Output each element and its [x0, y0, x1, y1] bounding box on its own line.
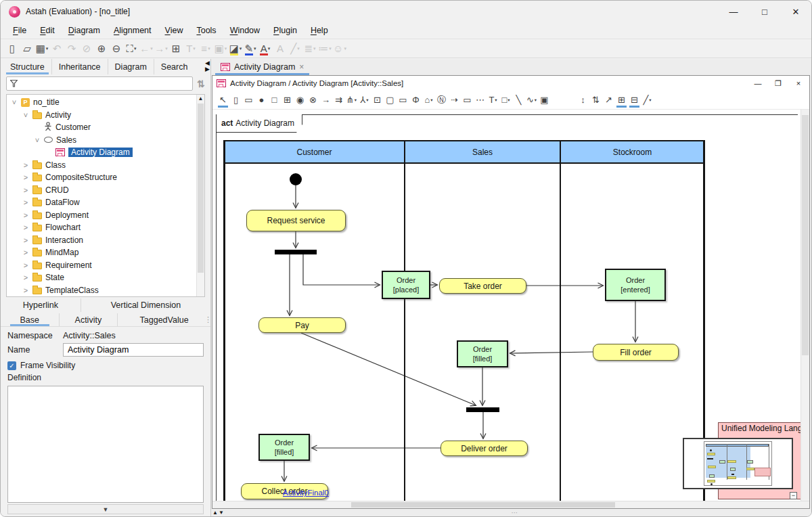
collapse-all-icon[interactable]: ⊟ [628, 92, 641, 108]
swimlane-stockroom[interactable]: Stockroom [560, 140, 704, 164]
partition-icon[interactable]: ▯ [229, 92, 242, 108]
initial-node[interactable] [290, 173, 302, 185]
tree-expander-icon[interactable]: ˅ [11, 98, 18, 106]
tree-item-crud[interactable]: ˃CRUD [7, 184, 196, 197]
tab-activity-diagram[interactable]: Activity Diagram × [215, 59, 309, 75]
horizontal-scrollbar[interactable] [212, 501, 809, 508]
panel-collapse-arrows[interactable]: ◀▶ [205, 60, 210, 72]
sync-icon[interactable]: ⇅ [197, 78, 205, 89]
tree-expander-icon[interactable]: ˃ [22, 173, 29, 181]
rect-tool-icon[interactable]: □▾ [499, 92, 512, 108]
close-button[interactable]: ✕ [780, 1, 811, 22]
inner-close-button[interactable]: × [790, 76, 807, 90]
frame-label[interactable]: act Activity Diagram [216, 114, 302, 133]
tree-item-activity-diagram[interactable]: Activity Diagram [7, 146, 196, 159]
tree-expander-icon[interactable]: ˃ [22, 248, 29, 256]
control-flow-edge[interactable] [301, 333, 476, 405]
tree-expander-icon[interactable]: ˃ [22, 211, 29, 219]
tree-item-state[interactable]: ˃State [7, 271, 196, 284]
fork-tool-icon[interactable]: ⋔▾ [345, 92, 358, 108]
tree-scrollbar[interactable]: ▲ [196, 95, 204, 296]
zoom-out-icon[interactable]: ⊖ [109, 41, 124, 57]
minimize-button[interactable]: — [718, 1, 749, 22]
final-node-tool-icon[interactable]: ◉ [294, 92, 307, 108]
flow-final-tool-icon[interactable]: ⊗ [307, 92, 319, 108]
nested-activity-icon[interactable]: Ⓝ [435, 92, 448, 108]
select-pointer-icon[interactable]: ↖ [217, 92, 229, 108]
vertical-scrollbar-thumb[interactable] [802, 115, 809, 355]
tab-nav-arrows[interactable]: ▲▼ [212, 510, 225, 516]
link-tool-icon[interactable]: ╱▾ [641, 92, 654, 108]
name-field[interactable] [63, 343, 204, 357]
menu-view[interactable]: View [158, 24, 190, 37]
panel-splitter-handle[interactable]: ⋮ [204, 318, 210, 321]
overview-minimap[interactable] [683, 438, 793, 489]
fill-color-icon[interactable]: ◪▾ [228, 41, 243, 57]
font-color-icon[interactable]: A▾ [258, 41, 273, 57]
sidebar-tab-search[interactable]: Search [154, 59, 195, 74]
dashed-line-icon[interactable]: ⋯ [474, 92, 487, 108]
curve-tool-icon[interactable]: ∿▾ [525, 92, 538, 108]
initial-node-tool-icon[interactable]: ● [255, 92, 268, 108]
dependency-tool-icon[interactable]: ⇢ [448, 92, 461, 108]
diagram-canvas[interactable]: act Activity Diagram CustomerSalesStockr… [212, 110, 800, 501]
property-tab-activity[interactable]: Activity [59, 313, 118, 326]
filter-input[interactable] [21, 78, 189, 89]
action-deliver-order[interactable]: Deliver order [441, 441, 528, 456]
swimlane-divider[interactable] [560, 140, 562, 501]
maximize-button[interactable]: □ [749, 1, 780, 22]
vertical-scrollbar[interactable] [800, 110, 809, 501]
inner-minimize-button[interactable]: — [750, 76, 766, 90]
property-tab-base[interactable]: Base [1, 313, 59, 326]
object-node-tool-icon[interactable]: □ [268, 92, 281, 108]
definition-collapse-button[interactable]: ▼ [7, 504, 204, 514]
filter-box[interactable] [6, 76, 193, 91]
tree-expander-icon[interactable]: ˃ [22, 273, 29, 282]
property-tab-taggedvalue[interactable]: TaggedValue [117, 313, 210, 326]
tree-item-deployment[interactable]: ˃Deployment [7, 209, 196, 222]
swimlane-divider[interactable] [404, 140, 406, 501]
new-file-icon[interactable]: ▯ [5, 41, 20, 57]
inner-restore-button[interactable]: ❐ [770, 76, 786, 90]
tree-expander-icon[interactable]: ˅ [22, 111, 29, 119]
swimlane-customer[interactable]: Customer [224, 140, 405, 164]
action-pay[interactable]: Pay [258, 317, 346, 333]
frame-tool-icon[interactable]: ▭ [397, 92, 409, 108]
fit-height-icon[interactable]: ↕ [577, 92, 589, 108]
control-flow-edge[interactable] [303, 254, 380, 285]
scroll-up-icon[interactable]: ▲ [197, 95, 204, 103]
tree-expander-icon[interactable]: ˃ [22, 286, 29, 294]
tab-close-icon[interactable]: × [299, 62, 304, 72]
open-project-icon[interactable]: ▱ [20, 41, 35, 57]
expand-all-icon[interactable]: ⊞ [615, 92, 628, 108]
menu-tools[interactable]: Tools [189, 24, 223, 37]
fork-bar[interactable] [275, 250, 317, 254]
menu-help[interactable]: Help [304, 24, 335, 37]
tree-item-flowchart[interactable]: ˃Flowchart [7, 221, 196, 234]
tree-item-sales[interactable]: ˅Sales [7, 134, 196, 147]
frame-visibility-checkbox[interactable]: ✓ [7, 361, 16, 370]
fit-window-icon[interactable]: ⛶▾ [124, 41, 139, 57]
datastore-tool-icon[interactable]: ⊞ [281, 92, 294, 108]
activity-final-link[interactable]: ActivityFinal0 [283, 489, 329, 497]
object-node-order-filled-[interactable]: Order[filled] [258, 434, 310, 461]
property-tab-hyperlink[interactable]: Hyperlink [1, 298, 81, 312]
menu-plugin[interactable]: Plugin [267, 24, 304, 37]
connector-bar-icon[interactable]: Φ [409, 92, 422, 108]
tree-expander-icon[interactable]: ˃ [22, 198, 29, 206]
tree-item-activity[interactable]: ˅Activity [7, 109, 196, 122]
tree-item-interaction[interactable]: ˃Interaction [7, 234, 196, 247]
diagram-manager-icon[interactable]: ⊞ [168, 41, 183, 57]
image-tool-icon[interactable]: ▣ [538, 92, 551, 108]
tree-item-class[interactable]: ˃Class [7, 159, 196, 172]
sidebar-tab-diagram[interactable]: Diagram [108, 59, 154, 74]
definition-field[interactable] [7, 386, 204, 503]
menu-diagram[interactable]: Diagram [62, 24, 107, 37]
text-tool-icon[interactable]: T▾ [487, 92, 499, 108]
sidebar-tab-structure[interactable]: Structure [3, 59, 51, 74]
tree-item-compositestructure[interactable]: ˃CompositeStructure [7, 171, 196, 184]
object-node-order-entered-[interactable]: Order[entered] [605, 269, 666, 301]
tree-expander-icon[interactable]: ˃ [22, 223, 29, 231]
collapse-region-icon[interactable]: ▢ [384, 92, 397, 108]
tree-item-no-title[interactable]: ˅Pno_title [7, 96, 196, 109]
